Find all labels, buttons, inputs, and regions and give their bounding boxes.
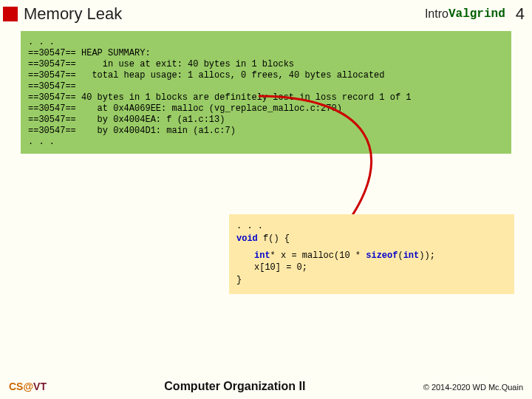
footer-left: CS@VT [9, 381, 47, 392]
title-bar: Memory Leak Intro Valgrind 4 [0, 0, 532, 27]
intro-label: Intro [425, 7, 449, 21]
code-sig: void f() { [236, 233, 507, 245]
footer-center: Computer Organization II [47, 380, 423, 393]
code-kw-int1: int [254, 250, 270, 261]
page-number: 4 [516, 4, 525, 24]
code-ellipsis: . . . [236, 220, 507, 233]
code-kw-void: void [236, 233, 258, 244]
valgrind-label: Valgrind [449, 7, 505, 21]
accent-square-icon [3, 7, 18, 21]
code-malloc-line: int* x = malloc(10 * sizeof(int)); [236, 250, 507, 262]
slide-title: Memory Leak [24, 4, 425, 24]
valgrind-output-block: . . . ==30547== HEAP SUMMARY: ==30547== … [21, 31, 511, 154]
code-kw-int2: int [403, 250, 420, 261]
code-close: } [236, 274, 507, 287]
footer-right: © 2014-2020 WD Mc.Quain [423, 383, 523, 392]
footer: CS@VT Computer Organization II © 2014-20… [0, 380, 532, 393]
code-sig-rest: f() { [258, 233, 290, 244]
code-snippet-block: . . . void f() { int* x = malloc(10 * si… [229, 214, 514, 294]
code-assign-line: x[10] = 0; [236, 262, 507, 274]
code-kw-sizeof: sizeof [366, 250, 398, 261]
